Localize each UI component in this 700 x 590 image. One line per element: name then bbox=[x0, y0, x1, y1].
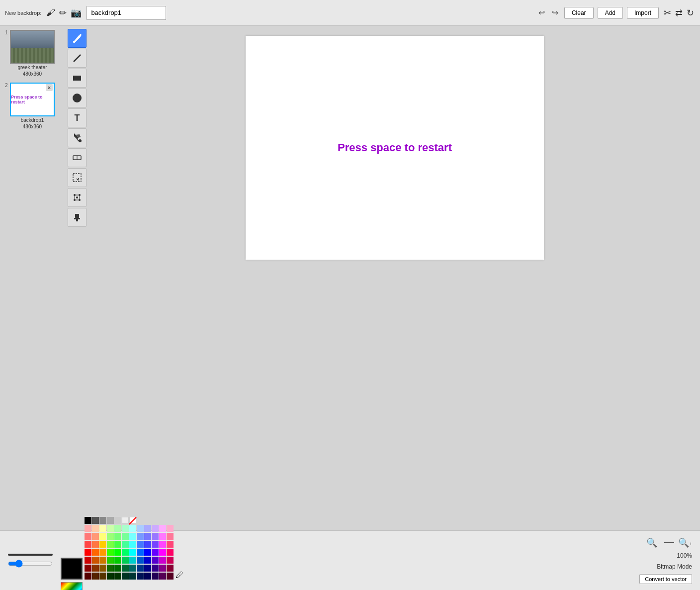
color-swatch[interactable] bbox=[167, 557, 174, 564]
color-swatch[interactable] bbox=[122, 565, 129, 572]
redo-button[interactable]: ↪ bbox=[550, 7, 560, 18]
color-swatch[interactable] bbox=[167, 525, 174, 532]
color-swatch[interactable] bbox=[137, 565, 144, 572]
color-swatch[interactable] bbox=[92, 517, 99, 524]
tool-reshape[interactable] bbox=[68, 188, 87, 207]
color-swatch[interactable] bbox=[129, 541, 136, 548]
gradient-color-picker[interactable] bbox=[61, 582, 83, 590]
undo-button[interactable]: ↩ bbox=[536, 7, 547, 18]
color-swatch[interactable] bbox=[152, 557, 159, 564]
color-swatch[interactable] bbox=[159, 525, 166, 532]
color-swatch[interactable] bbox=[85, 573, 91, 580]
color-swatch[interactable] bbox=[137, 541, 144, 548]
color-swatch[interactable] bbox=[114, 557, 121, 564]
color-swatch[interactable] bbox=[107, 525, 114, 532]
color-swatch[interactable] bbox=[99, 541, 106, 548]
rotate-icon-btn[interactable]: ↻ bbox=[686, 6, 695, 19]
color-swatch[interactable] bbox=[167, 533, 174, 540]
color-swatch[interactable] bbox=[144, 533, 151, 540]
backdrop-item-2[interactable]: 2 Press space to restart × backdrop1 480… bbox=[3, 82, 62, 130]
color-swatch[interactable] bbox=[129, 525, 136, 532]
tool-paintbrush[interactable] bbox=[68, 29, 87, 48]
stroke-size-slider[interactable] bbox=[8, 560, 53, 568]
color-swatch[interactable] bbox=[152, 565, 159, 572]
color-swatch[interactable] bbox=[107, 541, 114, 548]
tool-stamp[interactable] bbox=[68, 208, 87, 227]
color-swatch[interactable] bbox=[92, 525, 99, 532]
pencil-icon-btn[interactable]: ✏ bbox=[58, 6, 68, 19]
tool-text[interactable]: T bbox=[68, 108, 87, 127]
color-swatch[interactable] bbox=[122, 533, 129, 540]
color-swatch[interactable] bbox=[85, 565, 91, 572]
color-swatch[interactable] bbox=[114, 541, 121, 548]
color-swatch[interactable] bbox=[129, 565, 136, 572]
color-swatch[interactable] bbox=[114, 525, 121, 532]
color-swatch[interactable] bbox=[137, 525, 144, 532]
flip-icon-btn[interactable]: ⇄ bbox=[674, 6, 684, 19]
color-swatch[interactable] bbox=[167, 549, 174, 556]
color-swatch[interactable] bbox=[99, 565, 106, 572]
color-swatch[interactable] bbox=[122, 549, 129, 556]
color-swatch[interactable] bbox=[159, 573, 166, 580]
color-swatch[interactable] bbox=[122, 517, 129, 524]
upload-icon-btn[interactable]: 📷 bbox=[70, 6, 83, 19]
tool-rectangle[interactable] bbox=[68, 69, 87, 88]
canvas-area[interactable]: Press space to restart bbox=[89, 26, 700, 530]
color-swatch[interactable] bbox=[114, 517, 121, 524]
add-button[interactable]: Add bbox=[598, 7, 623, 19]
tool-eraser[interactable] bbox=[68, 148, 87, 167]
color-swatch[interactable] bbox=[137, 573, 144, 580]
color-swatch[interactable] bbox=[159, 557, 166, 564]
color-swatch[interactable] bbox=[107, 517, 114, 524]
color-swatch[interactable] bbox=[92, 565, 99, 572]
zoom-out-button[interactable]: 🔍− bbox=[646, 537, 660, 548]
color-swatch[interactable] bbox=[122, 557, 129, 564]
color-swatch[interactable] bbox=[152, 541, 159, 548]
color-swatch[interactable] bbox=[152, 533, 159, 540]
no-color-swatch[interactable] bbox=[129, 517, 136, 524]
tool-line[interactable] bbox=[68, 49, 87, 68]
color-swatch[interactable] bbox=[85, 541, 91, 548]
color-swatch[interactable] bbox=[137, 533, 144, 540]
color-swatch[interactable] bbox=[137, 549, 144, 556]
color-swatch[interactable] bbox=[167, 565, 174, 572]
color-swatch[interactable] bbox=[167, 541, 174, 548]
color-swatch[interactable] bbox=[99, 573, 106, 580]
backdrop-thumb-2[interactable]: Press space to restart × bbox=[10, 83, 55, 116]
color-swatch[interactable] bbox=[152, 573, 159, 580]
color-swatch[interactable] bbox=[92, 533, 99, 540]
color-swatch[interactable] bbox=[114, 573, 121, 580]
color-swatch[interactable] bbox=[114, 549, 121, 556]
color-swatch[interactable] bbox=[99, 533, 106, 540]
color-swatch[interactable] bbox=[122, 573, 129, 580]
color-swatch[interactable] bbox=[107, 557, 114, 564]
import-button[interactable]: Import bbox=[627, 7, 659, 19]
crop-icon-btn[interactable]: ✂ bbox=[663, 6, 672, 19]
current-color-box[interactable] bbox=[61, 558, 83, 580]
tool-select[interactable] bbox=[68, 168, 87, 187]
tool-fill[interactable] bbox=[68, 128, 87, 147]
color-swatch[interactable] bbox=[137, 557, 144, 564]
color-swatch[interactable] bbox=[152, 549, 159, 556]
backdrop-name-input[interactable] bbox=[87, 6, 166, 20]
color-swatch[interactable] bbox=[99, 557, 106, 564]
color-swatch[interactable] bbox=[107, 573, 114, 580]
color-swatch[interactable] bbox=[144, 525, 151, 532]
backdrop-item-1[interactable]: 1 greek theater 480x360 bbox=[3, 29, 62, 78]
color-swatch[interactable] bbox=[144, 573, 151, 580]
color-swatch[interactable] bbox=[129, 549, 136, 556]
color-swatch[interactable] bbox=[159, 549, 166, 556]
color-swatch[interactable] bbox=[92, 557, 99, 564]
color-swatch[interactable] bbox=[129, 573, 136, 580]
color-swatch[interactable] bbox=[107, 533, 114, 540]
color-swatch[interactable] bbox=[144, 557, 151, 564]
color-swatch[interactable] bbox=[92, 549, 99, 556]
color-swatch[interactable] bbox=[107, 565, 114, 572]
color-swatch[interactable] bbox=[92, 541, 99, 548]
color-swatch[interactable] bbox=[85, 549, 91, 556]
clear-button[interactable]: Clear bbox=[564, 7, 594, 19]
close-backdrop-btn[interactable]: × bbox=[46, 84, 53, 91]
color-swatch[interactable] bbox=[114, 533, 121, 540]
color-swatch[interactable] bbox=[122, 525, 129, 532]
color-swatch[interactable] bbox=[129, 533, 136, 540]
